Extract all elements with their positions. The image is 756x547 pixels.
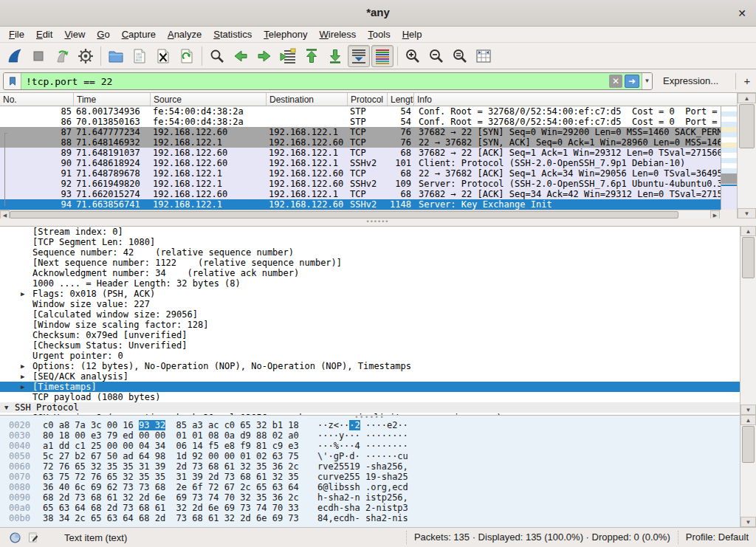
filter-bookmark-icon[interactable] [4,73,21,89]
filter-clear-button[interactable]: ✕ [609,75,622,88]
detail-row[interactable]: [Next sequence number: 1122 (relative se… [0,258,740,268]
scroll-up-arrow-icon[interactable]: ▲ [738,93,756,103]
detail-row[interactable]: ▶[SEQ/ACK analysis] [0,371,740,382]
go-forward-button[interactable] [253,45,275,67]
hex-row[interactable]: 008036 40 6c 69 62 73 73 68 2e 6f 72 67 … [0,482,740,492]
filter-text[interactable]: !tcp.port == 22 [21,76,609,87]
packet-row-93[interactable]: 9371.662015274192.168.122.60192.168.122.… [0,189,721,199]
menu-tools[interactable]: Tools [362,27,396,42]
packet-row-89[interactable]: 8971.648191037192.168.122.60192.168.122.… [0,148,721,158]
display-filter-input[interactable]: !tcp.port == 22 ✕ ➜ ▼ [3,72,653,90]
column-header-protocol[interactable]: Protocol [348,93,388,106]
expression-button[interactable]: Expression... [663,72,718,90]
hex-row[interactable]: 0020c0 a8 7a 3c 00 16 93 32 85 a3 ac c0 … [0,420,740,430]
packet-list-minimap[interactable] [721,106,737,210]
reload-file-button[interactable] [176,45,198,67]
expert-info-icon[interactable] [9,531,21,544]
column-header-info[interactable]: Info [414,93,737,106]
scroll-down-arrow-icon[interactable]: ▼ [740,405,756,415]
menu-wireless[interactable]: Wireless [314,27,362,42]
start-capture-button[interactable] [4,45,26,67]
hex-row[interactable]: 003080 18 00 e3 79 ed 00 00 01 01 08 0a … [0,430,740,441]
details-vscrollbar[interactable]: ▲ ▼ [740,226,756,415]
hex-row[interactable]: 007063 75 72 76 65 32 35 35 31 39 2d 73 … [0,472,740,482]
packet-row-85[interactable]: 8568.001734936fe:54:00:d4:38:2aSTP54Conf… [0,106,721,117]
menu-view[interactable]: View [58,27,91,42]
hex-row[interactable]: 00b038 34 2c 65 63 64 68 2d 73 68 61 32 … [0,513,740,523]
filter-apply-button[interactable]: ➜ [625,75,639,88]
menu-edit[interactable]: Edit [30,27,58,42]
filter-dropdown-caret-icon[interactable]: ▼ [642,73,652,89]
menu-statistics[interactable]: Statistics [207,27,258,42]
go-first-button[interactable] [300,45,323,67]
hex-row[interactable]: 00a065 63 64 68 2d 73 68 61 32 2d 6e 69 … [0,503,740,513]
packet-row-92[interactable]: 9271.661949820192.168.122.1192.168.122.6… [0,179,721,189]
detail-row[interactable]: ▶[Timestamps] [0,382,740,392]
hscroll-thumb[interactable] [10,211,678,219]
colorize-button[interactable] [371,45,394,67]
hex-row[interactable]: 0040a1 dd c1 25 00 00 04 34 06 14 f5 e8 … [0,441,740,451]
column-header-time[interactable]: Time [74,93,151,106]
capture-options-button[interactable] [75,45,97,67]
column-header-length[interactable]: Length [388,93,414,106]
expander-closed-icon[interactable]: ▶ [21,371,24,382]
save-file-button[interactable]: 101110011 [128,45,151,67]
menu-help[interactable]: Help [396,27,428,42]
expander-open-icon[interactable]: ▼ [4,402,8,413]
expander-closed-icon[interactable]: ▶ [21,289,24,299]
detail-row[interactable]: TCP payload (1080 bytes) [0,392,740,402]
detail-row[interactable]: [TCP Segment Len: 1080] [0,237,740,247]
scroll-up-arrow-icon[interactable]: ▲ [740,415,756,425]
scroll-thumb[interactable] [742,237,755,278]
zoom-in-button[interactable] [402,45,424,67]
restart-capture-button[interactable] [51,45,73,67]
column-header-destination[interactable]: Destination [267,93,348,106]
detail-row[interactable]: ▶Flags: 0x018 (PSH, ACK) [0,289,740,299]
zoom-out-button[interactable] [425,45,447,67]
packet-row-94[interactable]: 9471.663856741192.168.122.1192.168.122.6… [0,199,721,210]
detail-row[interactable]: [Checksum Status: Unverified] [0,340,740,351]
menu-file[interactable]: File [3,27,30,42]
hex-row[interactable]: 00505c 27 b2 67 50 ad 64 98 1d 92 00 00 … [0,451,740,461]
scroll-down-arrow-icon[interactable]: ▼ [740,517,756,527]
hex-row[interactable]: 009068 2d 73 68 61 32 2d 6e 69 73 74 70 … [0,492,740,503]
detail-row[interactable]: 1000 .... = Header Length: 32 bytes (8) [0,278,740,289]
add-filter-button[interactable]: + [741,72,753,90]
expander-closed-icon[interactable]: ▶ [21,382,24,392]
detail-row[interactable]: Urgent pointer: 0 [0,351,740,361]
resize-columns-button[interactable] [472,45,495,67]
detail-row[interactable]: [Stream index: 0] [0,227,740,237]
hex-vscrollbar[interactable]: ▲ ▼ [740,415,756,527]
close-file-button[interactable] [152,45,174,67]
find-packet-button[interactable] [206,45,228,67]
column-header-no[interactable]: No. [0,93,74,106]
go-to-packet-button[interactable] [277,45,299,67]
expander-closed-icon[interactable]: ▶ [21,361,24,371]
column-header-source[interactable]: Source [151,93,267,106]
scroll-thumb[interactable] [739,104,755,148]
packet-row-86[interactable]: 8670.013850163fe:54:00:d4:38:2aSTP54Conf… [0,117,721,127]
scroll-thumb[interactable] [742,426,755,463]
packet-row-91[interactable]: 9171.648789678192.168.122.1192.168.122.6… [0,168,721,179]
hex-row[interactable]: 006072 76 65 32 35 35 31 39 2d 73 68 61 … [0,461,740,472]
detail-row[interactable]: ▶Options: (12 bytes), No-Operation (NOP)… [0,361,740,371]
detail-row[interactable]: [Calculated window size: 29056] [0,309,740,320]
detail-row[interactable]: Sequence number: 42 (relative sequence n… [0,247,740,258]
detail-row[interactable]: ▼SSH Protocol [0,402,740,413]
pane-splitter[interactable]: •••••• [0,219,756,226]
packet-row-88[interactable]: 8871.648146932192.168.122.1192.168.122.6… [0,137,721,148]
menu-telephony[interactable]: Telephony [258,27,313,42]
packet-row-87[interactable]: 8771.647777234192.168.122.60192.168.122.… [0,127,721,137]
status-profile[interactable]: Profile: Default [678,531,756,544]
detail-row[interactable]: [Window size scaling factor: 128] [0,320,740,330]
menu-analyze[interactable]: Analyze [162,27,207,42]
detail-row[interactable]: Checksum: 0x79ed [unverified] [0,330,740,340]
auto-scroll-button[interactable] [348,45,370,67]
detail-row[interactable]: Acknowledgment number: 34 (relative ack … [0,268,740,278]
packet-list-vscrollbar[interactable]: ▲ ▼ [737,93,756,219]
scroll-down-arrow-icon[interactable]: ▼ [738,208,756,219]
open-file-button[interactable] [105,45,127,67]
scroll-up-arrow-icon[interactable]: ▲ [740,226,756,236]
go-last-button[interactable] [324,45,346,67]
stop-capture-button[interactable] [27,45,49,67]
